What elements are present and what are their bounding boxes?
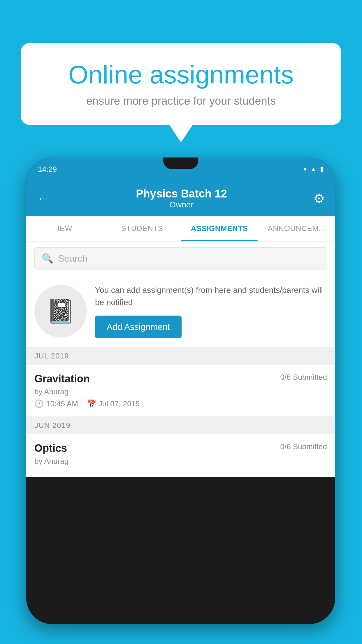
speech-bubble-subtitle: ensure more practice for your students [44,95,318,107]
assignment-item-optics[interactable]: Optics 0/6 Submitted by Anurag [26,434,335,477]
month-section-jun: JUN 2019 [26,417,335,434]
assignment-submitted-optics: 0/6 Submitted [280,442,327,451]
header-title-block: Physics Batch 12 Owner [136,188,227,209]
assignment-name-optics: Optics [34,442,67,454]
phone-frame: 14:29 ▾ ▲ ▮ ← Physics Batch 12 Owner ⚙ I… [26,158,335,624]
speech-bubble-arrow [169,125,193,142]
search-placeholder-text: Search [58,253,87,264]
assignment-name-gravitation: Gravitation [34,373,90,385]
back-button[interactable]: ← [37,191,50,206]
signal-icon: ▲ [310,165,317,173]
calendar-icon: 📅 [87,399,96,408]
tab-students[interactable]: STUDENTS [103,216,181,241]
app-header: ← Physics Batch 12 Owner ⚙ [26,181,335,216]
add-assignment-card: 📓 You can add assignment(s) from here an… [26,275,335,347]
month-section-jul: JUL 2019 [26,347,335,365]
assignment-time-gravitation: 10:45 AM [46,399,78,408]
screen-content: 🔍 Search 📓 You can add assignment(s) fro… [26,242,335,477]
phone-notch [163,158,198,169]
meta-date-gravitation: 📅 Jul 07, 2019 [87,399,140,408]
assignment-submitted-gravitation: 0/6 Submitted [280,373,327,382]
add-assignment-button[interactable]: Add Assignment [95,316,182,338]
search-bar[interactable]: 🔍 Search [34,247,327,270]
assignment-item-gravitation[interactable]: Gravitation 0/6 Submitted by Anurag 🕐 10… [26,365,335,417]
speech-bubble-title: Online assignments [44,61,318,89]
tab-announcements[interactable]: ANNOUNCEM... [258,216,335,241]
battery-icon: ▮ [320,165,324,173]
assignment-item-header-optics: Optics 0/6 Submitted [34,442,327,454]
batch-subtitle: Owner [136,200,227,209]
search-icon: 🔍 [42,253,53,264]
month-label-jun: JUN 2019 [34,421,71,430]
assignment-by-gravitation: by Anurag [34,387,327,396]
assignment-date-gravitation: Jul 07, 2019 [99,399,140,408]
status-time: 14:29 [38,165,57,174]
add-assignment-right: You can add assignment(s) from here and … [95,284,327,338]
tab-assignments[interactable]: ASSIGNMENTS [181,216,258,241]
meta-time-gravitation: 🕐 10:45 AM [34,399,78,408]
assignment-by-optics: by Anurag [34,457,327,466]
notebook-icon: 📓 [46,298,75,325]
tab-iew[interactable]: IEW [26,216,103,241]
speech-bubble: Online assignments ensure more practice … [21,43,341,125]
assignment-icon-circle: 📓 [34,285,87,337]
speech-bubble-container: Online assignments ensure more practice … [21,43,341,142]
assignment-item-header: Gravitation 0/6 Submitted [34,373,327,385]
status-bar: 14:29 ▾ ▲ ▮ [26,158,335,181]
batch-title: Physics Batch 12 [136,188,227,200]
wifi-icon: ▾ [303,165,307,173]
search-bar-container: 🔍 Search [26,242,335,275]
status-icons: ▾ ▲ ▮ [303,165,324,173]
gear-icon[interactable]: ⚙ [313,191,325,206]
tabs-bar: IEW STUDENTS ASSIGNMENTS ANNOUNCEM... [26,216,335,242]
add-assignment-desc: You can add assignment(s) from here and … [95,284,327,309]
clock-icon: 🕐 [34,399,44,408]
assignment-meta-gravitation: 🕐 10:45 AM 📅 Jul 07, 2019 [34,399,327,408]
month-label-jul: JUL 2019 [34,351,69,360]
